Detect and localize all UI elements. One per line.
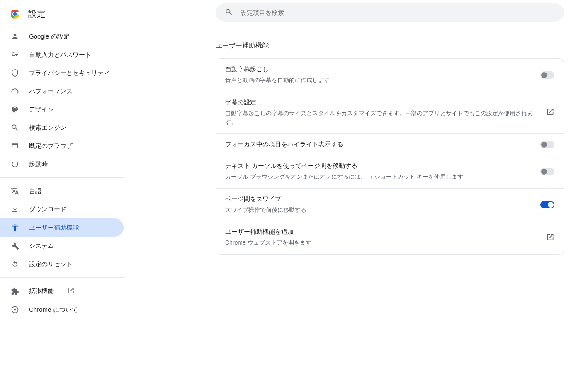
setting-title: 字幕の設定	[225, 99, 539, 107]
search-bar[interactable]	[216, 3, 564, 22]
sidebar-item-a11y[interactable]: ユーザー補助機能	[0, 218, 124, 237]
download-icon	[11, 205, 19, 213]
reset-icon	[11, 260, 19, 268]
settings-card: 自動字幕起こし音声と動画の字幕を自動的に作成します字幕の設定自動字幕起こしの字幕…	[216, 58, 564, 255]
open-in-new-icon	[67, 287, 75, 296]
search-icon	[11, 124, 19, 132]
sidebar-item-label: Chrome について	[29, 306, 78, 314]
svg-point-4	[13, 12, 17, 16]
section-title: ユーザー補助機能	[216, 41, 564, 50]
power-icon	[11, 160, 19, 168]
setting-subtitle: Chrome ウェブストアを開きます	[225, 238, 539, 247]
translate-icon	[11, 187, 19, 195]
toggle-swipe-pages[interactable]	[540, 201, 554, 208]
page-title: 設定	[28, 8, 46, 20]
setting-subtitle: カーソル ブラウジングをオンまたはオフにするには、F7 ショートカット キーを使…	[225, 172, 534, 182]
setting-title: ユーザー補助機能を追加	[225, 228, 539, 236]
speed-icon	[11, 87, 19, 95]
open-in-new-icon	[546, 108, 554, 117]
setting-title: テキスト カーソルを使ってページ間を移動する	[225, 162, 534, 170]
setting-row-caret-browsing: テキスト カーソルを使ってページ間を移動するカーソル ブラウジングをオンまたはオ…	[216, 155, 564, 189]
sidebar-item-search[interactable]: 検索エンジン	[0, 119, 124, 137]
sidebar-item-label: 拡張機能	[29, 287, 54, 295]
key-icon	[11, 51, 19, 59]
sidebar-item-autofill[interactable]: 自動入力とパスワード	[0, 46, 124, 64]
sidebar-item-design[interactable]: デザイン	[0, 100, 124, 119]
setting-title: フォーカス中の項目をハイライト表示する	[225, 141, 534, 148]
sidebar-item-label: ユーザー補助機能	[29, 224, 79, 232]
open-in-new-icon	[546, 233, 554, 242]
main-content: ユーザー補助機能 自動字幕起こし音声と動画の字幕を自動的に作成します字幕の設定自…	[125, 0, 588, 366]
sidebar-item-perf[interactable]: パフォーマンス	[0, 82, 124, 100]
sidebar-item-label: 既定のブラウザ	[29, 142, 73, 150]
setting-subtitle: 自動字幕起こしの字幕のサイズとスタイルをカスタマイズできます。一部のアプリとサイ…	[225, 109, 539, 127]
toggle-caret-browsing[interactable]	[540, 168, 554, 175]
sidebar-item-about[interactable]: Chrome について	[0, 301, 124, 319]
sidebar-item-label: 言語	[29, 187, 41, 195]
wrench-icon	[11, 242, 19, 250]
search-input[interactable]	[240, 9, 555, 17]
sidebar-item-label: ダウンロード	[29, 206, 66, 213]
setting-row-focus-highlight: フォーカス中の項目をハイライト表示する	[216, 134, 564, 155]
sidebar-item-label: デザイン	[29, 106, 54, 114]
setting-title: ページ間をスワイプ	[225, 195, 534, 203]
sidebar-item-label: 検索エンジン	[29, 124, 66, 132]
sidebar-item-default[interactable]: 既定のブラウザ	[0, 137, 124, 155]
sidebar-item-lang[interactable]: 言語	[0, 182, 124, 200]
toggle-live-caption[interactable]	[540, 71, 554, 79]
nav-divider	[0, 177, 125, 178]
sidebar-item-label: 設定のリセット	[29, 260, 73, 268]
toggle-focus-highlight[interactable]	[540, 141, 554, 148]
sidebar-item-label: Google の設定	[29, 33, 70, 41]
sidebar-item-privacy[interactable]: プライバシーとセキュリティ	[0, 64, 124, 82]
setting-row-caption-settings[interactable]: 字幕の設定自動字幕起こしの字幕のサイズとスタイルをカスタマイズできます。一部のア…	[216, 92, 564, 134]
palette-icon	[11, 105, 19, 114]
window-icon	[11, 142, 19, 150]
chrome-icon	[11, 305, 19, 314]
chrome-logo-icon	[10, 9, 20, 19]
shield-icon	[11, 69, 19, 77]
sidebar-item-download[interactable]: ダウンロード	[0, 200, 124, 218]
sidebar-item-startup[interactable]: 起動時	[0, 155, 124, 173]
sidebar-item-label: システム	[29, 242, 54, 250]
sidebar-item-label: 起動時	[29, 160, 48, 168]
setting-row-swipe-pages: ページ間をスワイプスワイプ操作で前後に移動する	[216, 189, 564, 222]
search-icon	[225, 8, 233, 17]
extension-icon	[11, 287, 19, 296]
sidebar-item-google[interactable]: Google の設定	[0, 27, 124, 46]
sidebar-item-reset[interactable]: 設定のリセット	[0, 255, 124, 273]
sidebar: 設定 Google の設定自動入力とパスワードプライバシーとセキュリティパフォー…	[0, 0, 125, 366]
accessibility-icon	[11, 223, 19, 232]
sidebar-item-label: パフォーマンス	[29, 87, 73, 95]
setting-subtitle: スワイプ操作で前後に移動する	[225, 206, 534, 215]
person-icon	[11, 32, 19, 41]
sidebar-item-ext[interactable]: 拡張機能	[0, 282, 124, 301]
setting-row-live-caption: 自動字幕起こし音声と動画の字幕を自動的に作成します	[216, 59, 564, 92]
sidebar-item-label: プライバシーとセキュリティ	[29, 69, 110, 77]
sidebar-item-label: 自動入力とパスワード	[29, 51, 91, 59]
nav-divider	[0, 277, 125, 278]
setting-subtitle: 音声と動画の字幕を自動的に作成します	[225, 76, 534, 85]
setting-title: 自動字幕起こし	[225, 65, 534, 73]
sidebar-item-system[interactable]: システム	[0, 237, 124, 255]
setting-row-add-a11y[interactable]: ユーザー補助機能を追加Chrome ウェブストアを開きます	[216, 221, 564, 254]
